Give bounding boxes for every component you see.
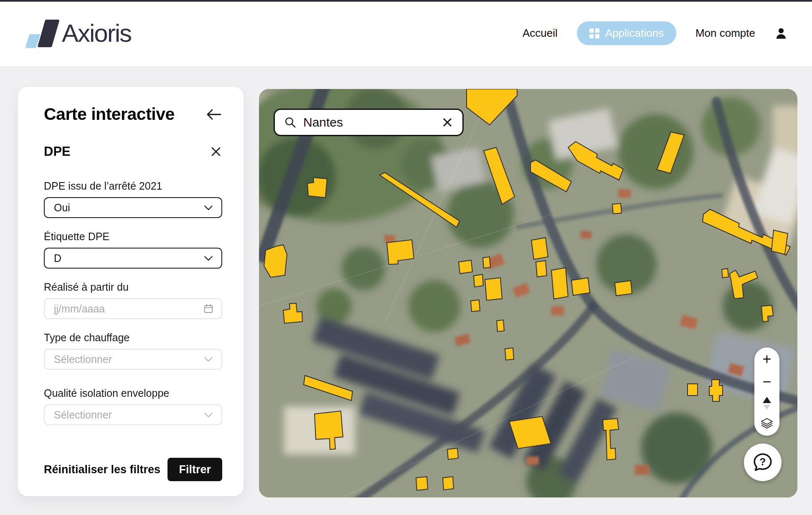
map-search-input[interactable]: [303, 115, 442, 129]
select-isolation-placeholder: Sélectionner: [54, 409, 112, 421]
pitch-control[interactable]: [763, 397, 771, 410]
chevron-down-icon: [203, 202, 214, 213]
brand-logomark-icon: [25, 16, 63, 51]
dpe-building-polygon[interactable]: [483, 257, 490, 268]
dpe-building-polygon[interactable]: [612, 203, 622, 214]
window-top-strip: [0, 0, 812, 2]
search-icon: [284, 116, 297, 129]
pitch-down-icon[interactable]: [764, 405, 770, 410]
dpe-building-polygon[interactable]: [485, 278, 502, 300]
filters-panel: Carte interactive DPE DPE issu de l’arrê…: [18, 87, 244, 496]
dpe-building-polygon[interactable]: [505, 348, 514, 360]
date-placeholder: jj/mm/aaaa: [54, 303, 105, 315]
nav-applications-label: Applications: [605, 27, 664, 40]
dpe-building-polygon[interactable]: [571, 278, 590, 295]
filter-label-isolation: Qualité isolation enveloppe: [44, 387, 222, 399]
layers-icon[interactable]: [760, 417, 774, 430]
filter-label-arrete: DPE issu de l’arrêté 2021: [44, 180, 222, 192]
dpe-building-polygon[interactable]: [474, 274, 483, 287]
interactive-map[interactable]: + − ?: [259, 89, 797, 497]
dpe-building-polygon[interactable]: [416, 477, 428, 490]
panel-title: Carte interactive: [44, 104, 175, 124]
chevron-down-icon: [203, 354, 214, 365]
zoom-out-button[interactable]: −: [762, 374, 771, 389]
dpe-building-polygon[interactable]: [443, 477, 454, 490]
select-isolation[interactable]: Sélectionner: [44, 404, 222, 425]
select-etiquette-value: D: [54, 252, 61, 264]
chevron-down-icon: [203, 409, 214, 420]
select-chauffage-placeholder: Sélectionner: [54, 353, 112, 365]
dpe-building-polygon[interactable]: [497, 320, 504, 332]
select-chauffage[interactable]: Sélectionner: [44, 349, 222, 370]
filter-label-chauffage: Type de chauffage: [44, 332, 222, 344]
nav-mon-compte[interactable]: Mon compte: [695, 27, 755, 40]
clear-search-icon[interactable]: [442, 117, 453, 128]
dpe-section-title: DPE: [44, 144, 71, 159]
collapse-panel-arrow-icon[interactable]: [206, 108, 222, 121]
user-icon[interactable]: [774, 27, 788, 40]
select-etiquette-dpe[interactable]: D: [44, 248, 222, 269]
satellite-map-canvas: [259, 89, 797, 497]
dpe-building-polygon[interactable]: [264, 245, 287, 277]
calendar-icon: [203, 303, 214, 314]
app-header: Axioris Accueil Applications Mon compte: [0, 0, 812, 67]
dpe-building-polygon[interactable]: [447, 448, 458, 459]
apply-filters-button[interactable]: Filtrer: [167, 458, 222, 481]
svg-text:?: ?: [760, 456, 766, 467]
help-button[interactable]: ?: [744, 444, 782, 481]
dpe-building-polygon[interactable]: [771, 230, 788, 254]
dpe-building-polygon[interactable]: [531, 238, 548, 259]
zoom-in-button[interactable]: +: [762, 352, 771, 367]
select-arrete-value: Oui: [54, 202, 70, 214]
dpe-building-polygon[interactable]: [536, 261, 547, 277]
dpe-building-polygon[interactable]: [688, 384, 698, 396]
main-nav: Accueil Applications Mon compte: [523, 21, 788, 45]
apps-grid-icon: [589, 28, 599, 38]
nav-applications[interactable]: Applications: [577, 21, 676, 45]
select-arrete-2021[interactable]: Oui: [44, 197, 222, 218]
chevron-down-icon: [203, 253, 214, 264]
map-search-box[interactable]: [274, 109, 464, 136]
dpe-building-polygon[interactable]: [551, 268, 568, 299]
reset-filters-link[interactable]: Réinitialiser les filtres: [44, 463, 160, 476]
dpe-building-polygon[interactable]: [722, 269, 728, 278]
brand-name: Axioris: [62, 19, 131, 48]
dpe-building-polygon[interactable]: [615, 281, 632, 296]
pitch-up-icon[interactable]: [763, 397, 771, 403]
date-input[interactable]: jj/mm/aaaa: [44, 298, 222, 319]
dpe-building-polygon[interactable]: [459, 260, 472, 274]
map-zoom-controls: + −: [754, 348, 779, 436]
nav-accueil[interactable]: Accueil: [523, 27, 558, 40]
filter-label-date: Réalisé à partir du: [44, 281, 222, 293]
help-bubble-icon: ?: [751, 451, 774, 474]
brand-logo[interactable]: Axioris: [25, 16, 131, 51]
close-dpe-section-icon[interactable]: [210, 145, 222, 158]
dpe-building-polygon[interactable]: [471, 300, 480, 312]
filter-label-etiquette: Étiquette DPE: [44, 231, 222, 243]
